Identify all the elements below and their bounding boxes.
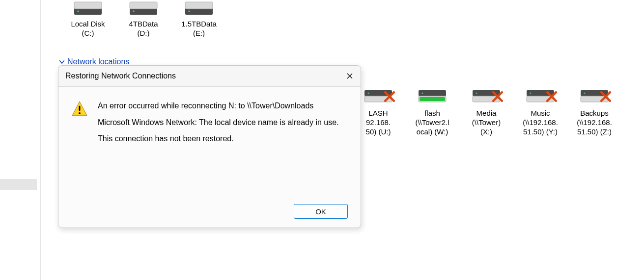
drive-label: LASH92.168.50) (U:) [355,109,402,136]
hdd-icon [73,0,103,17]
network-drive-tile[interactable]: Media(\\Tower)(X:) [463,88,510,136]
local-drive-tile[interactable]: Local Disk(C:) [64,0,112,38]
dialog-message: An error occurred while reconnecting N: … [98,101,348,204]
drive-label: flash(\\Tower2.local) (W:) [409,109,456,136]
error-dialog: Restoring Network Connections An error o… [58,65,361,228]
drive-label: Local Disk(C:) [64,20,112,38]
disconnected-overlay-icon [492,91,503,102]
network-drive-icon [418,88,447,105]
disconnected-overlay-icon [600,91,611,102]
dialog-close-button[interactable] [339,66,361,86]
dialog-message-line: This connection has not been restored. [98,133,348,144]
dialog-title: Restoring Network Connections [65,72,176,80]
drive-label: Media(\\Tower)(X:) [463,109,510,136]
local-drive-tile[interactable]: 1.5TBData(E:) [175,0,223,38]
chevron-down-icon [59,59,64,64]
svg-rect-1 [79,106,81,111]
ok-button[interactable]: OK [294,204,348,219]
network-drive-tile[interactable]: flash(\\Tower2.local) (W:) [409,88,456,136]
dialog-titlebar[interactable]: Restoring Network Connections [58,66,361,87]
dialog-message-line: An error occurred while reconnecting N: … [98,101,348,111]
svg-point-2 [79,112,81,114]
close-icon [347,73,353,79]
network-drive-tile[interactable]: Music(\\192.168.51.50) (Y:) [517,88,564,136]
nav-divider [40,0,41,280]
drive-label: Music(\\192.168.51.50) (Y:) [517,109,564,136]
drive-label: 1.5TBData(E:) [175,20,223,38]
local-drive-tile[interactable]: 4TBData(D:) [120,0,167,38]
warning-icon [71,101,88,117]
disconnected-overlay-icon [546,91,557,102]
dialog-message-line: Microsoft Windows Network: The local dev… [98,117,348,128]
network-drive-tile[interactable]: Backups(\\192.168.51.50) (Z:) [571,88,618,136]
hdd-icon [184,0,214,17]
sidebar-selected-stub [0,179,37,190]
disconnected-overlay-icon [384,91,395,102]
network-drive-tile[interactable]: LASH92.168.50) (U:) [355,88,402,136]
drive-label: 4TBData(D:) [120,20,167,38]
hdd-icon [129,0,158,17]
drive-label: Backups(\\192.168.51.50) (Z:) [571,109,618,136]
